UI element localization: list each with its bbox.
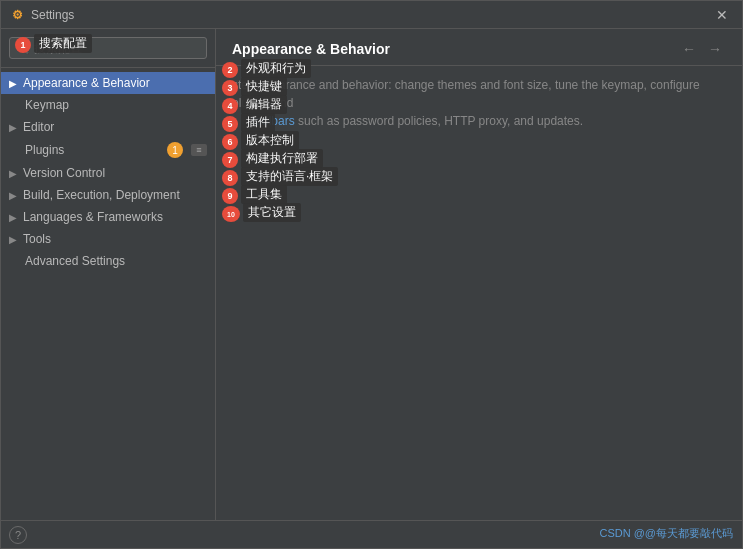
desc-prefix: ste bbox=[232, 78, 248, 92]
back-button[interactable]: ← bbox=[678, 39, 700, 59]
plugins-badge-rect: ≡ bbox=[191, 144, 207, 156]
search-icon: 🔍 bbox=[16, 42, 30, 55]
sidebar-item-label: Tools bbox=[23, 232, 51, 246]
desc-link-prefix bbox=[232, 114, 249, 128]
search-box: 🔍 bbox=[1, 29, 215, 68]
sidebar-item-editor[interactable]: ▶ Editor bbox=[1, 116, 215, 138]
arrow-icon: ▶ bbox=[9, 212, 19, 223]
sidebar-item-label: Languages & Frameworks bbox=[23, 210, 163, 224]
arrow-icon: ▶ bbox=[9, 78, 19, 89]
watermark: CSDN @@每天都要敲代码 bbox=[599, 526, 733, 541]
sidebar-item-label: Build, Execution, Deployment bbox=[23, 188, 180, 202]
panel-header: Appearance & Behavior ← → bbox=[216, 29, 742, 66]
sidebar-item-appearance[interactable]: ▶ Appearance & Behavior bbox=[1, 72, 215, 94]
desc-text3: such as password policies, HTTP proxy, a… bbox=[298, 114, 583, 128]
sidebar-item-keymap[interactable]: Keymap bbox=[1, 94, 215, 116]
sidebar-item-label: Version Control bbox=[23, 166, 105, 180]
sidebar-item-advanced[interactable]: Advanced Settings bbox=[1, 250, 215, 272]
sidebar-item-label: Plugins bbox=[25, 143, 64, 157]
settings-window: ⚙ Settings ✕ 🔍 ▶ Appearance & Behavior bbox=[0, 0, 743, 549]
title-bar: ⚙ Settings ✕ bbox=[1, 1, 742, 29]
plugins-badge: 1 bbox=[167, 142, 183, 158]
sidebar-item-languages[interactable]: ▶ Languages & Frameworks bbox=[1, 206, 215, 228]
sidebar-item-version-control[interactable]: ▶ Version Control bbox=[1, 162, 215, 184]
main-content: 🔍 ▶ Appearance & Behavior Keymap ▶ Edito… bbox=[1, 29, 742, 520]
arrow-icon: ▶ bbox=[9, 168, 19, 179]
arrow-icon: ▶ bbox=[9, 190, 19, 201]
sidebar-item-label: Advanced Settings bbox=[25, 254, 125, 268]
nav-tree: ▶ Appearance & Behavior Keymap ▶ Editor … bbox=[1, 68, 215, 520]
panel-title: Appearance & Behavior bbox=[232, 41, 390, 57]
forward-button[interactable]: → bbox=[704, 39, 726, 59]
search-wrapper: 🔍 bbox=[9, 37, 207, 59]
desc-link[interactable]: toolbars bbox=[252, 114, 295, 128]
sidebar-item-plugins[interactable]: Plugins 1 ≡ bbox=[1, 138, 215, 162]
sidebar-item-label: Appearance & Behavior bbox=[23, 76, 150, 90]
sidebar-item-build[interactable]: ▶ Build, Execution, Deployment bbox=[1, 184, 215, 206]
sidebar-item-label: Keymap bbox=[25, 98, 69, 112]
sidebar-item-label: Editor bbox=[23, 120, 54, 134]
help-button[interactable]: ? bbox=[9, 526, 27, 544]
panel-description: ste Appearance and behavior: change them… bbox=[216, 66, 742, 140]
window-icon: ⚙ bbox=[9, 7, 25, 23]
arrow-icon: ▶ bbox=[9, 122, 19, 133]
window-title: Settings bbox=[31, 8, 710, 22]
main-panel: Appearance & Behavior ← → ste Appearance… bbox=[216, 29, 742, 520]
desc-text1: Appearance and behavior: change themes a… bbox=[232, 78, 700, 110]
sidebar-item-tools[interactable]: ▶ Tools bbox=[1, 228, 215, 250]
search-input[interactable] bbox=[34, 41, 200, 55]
arrow-icon: ▶ bbox=[9, 234, 19, 245]
nav-buttons: ← → bbox=[678, 39, 726, 59]
sidebar: 🔍 ▶ Appearance & Behavior Keymap ▶ Edito… bbox=[1, 29, 216, 520]
close-button[interactable]: ✕ bbox=[710, 5, 734, 25]
